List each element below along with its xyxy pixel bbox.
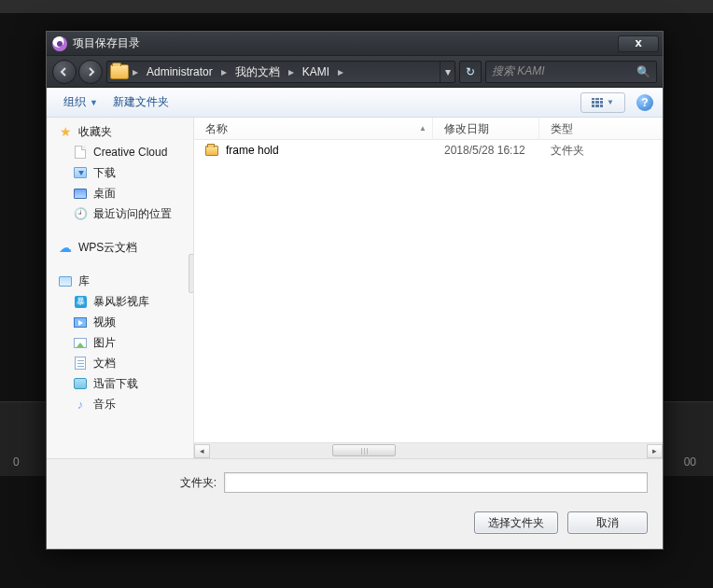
folder-icon — [205, 146, 218, 156]
help-button[interactable]: ? — [636, 94, 653, 111]
view-options-button[interactable]: ▼ — [580, 92, 625, 113]
nav-row: ▸ Administrator ▸ 我的文档 ▸ KAMI ▸ ▾ ↻ 搜索 K… — [47, 56, 663, 88]
tree-item-music[interactable]: ♪ 音乐 — [49, 394, 193, 414]
chevron-down-icon: ▼ — [607, 98, 614, 106]
forward-button[interactable] — [78, 60, 103, 84]
tree-item-desktop[interactable]: 桌面 — [49, 183, 193, 203]
file-modified: 2018/5/28 16:12 — [433, 144, 539, 157]
col-type[interactable]: 类型 — [539, 118, 663, 140]
music-icon: ♪ — [73, 397, 88, 412]
folder-field-label: 文件夹: — [62, 475, 217, 491]
col-label: 修改日期 — [444, 122, 489, 135]
back-button[interactable] — [52, 60, 77, 84]
tree-item-xunlei[interactable]: 迅雷下载 — [49, 373, 193, 394]
scroll-left-button[interactable]: ◂ — [194, 444, 210, 458]
scroll-track[interactable] — [210, 444, 647, 458]
breadcrumb-dropdown[interactable]: ▾ — [440, 62, 454, 82]
scroll-thumb[interactable] — [332, 444, 396, 456]
downloads-icon — [74, 167, 87, 178]
tree-label: 收藏夹 — [78, 124, 112, 140]
tree-item-creative-cloud[interactable]: Creative Cloud — [49, 142, 193, 162]
tree-label: 文档 — [93, 356, 116, 371]
tree-item-documents[interactable]: 文档 — [49, 353, 193, 373]
new-folder-button[interactable]: 新建文件夹 — [105, 91, 176, 114]
file-name: frame hold — [226, 144, 279, 157]
star-icon: ★ — [58, 124, 73, 139]
search-input[interactable]: 搜索 KAMI 🔍 — [485, 61, 657, 83]
bg-number-left: 0 — [13, 455, 20, 469]
dialog-body: ★ 收藏夹 Creative Cloud 下载 桌面 🕘 最近访问的位置 ☁ — [47, 118, 663, 458]
documents-icon — [75, 357, 86, 370]
horizontal-scrollbar[interactable]: ◂ ▸ — [194, 442, 663, 458]
new-folder-label: 新建文件夹 — [113, 94, 169, 110]
select-folder-button[interactable]: 选择文件夹 — [474, 511, 558, 534]
file-list-pane: 名称 ▲ 修改日期 类型 frame hold 2018/5/28 16:12 — [194, 118, 663, 458]
nav-tree[interactable]: ★ 收藏夹 Creative Cloud 下载 桌面 🕘 最近访问的位置 ☁ — [47, 118, 194, 458]
col-modified[interactable]: 修改日期 — [433, 118, 539, 140]
tree-label: Creative Cloud — [93, 146, 167, 159]
tree-favorites[interactable]: ★ 收藏夹 — [49, 121, 193, 142]
chevron-right-icon: ▸ — [132, 65, 139, 78]
baofeng-icon: 暴 — [75, 296, 87, 308]
tree-label: 库 — [78, 273, 90, 289]
tree-item-recent[interactable]: 🕘 最近访问的位置 — [49, 203, 193, 224]
sort-caret-icon: ▲ — [419, 118, 426, 140]
breadcrumb-seg[interactable]: Administrator — [139, 62, 220, 82]
tree-item-pictures[interactable]: 图片 — [49, 332, 193, 353]
chevron-down-icon: ▼ — [90, 98, 98, 107]
folder-icon — [110, 64, 129, 79]
app-icon — [52, 36, 67, 51]
tree-label: 迅雷下载 — [93, 376, 138, 392]
column-headers: 名称 ▲ 修改日期 类型 — [194, 118, 663, 140]
breadcrumb-seg[interactable]: KAMI — [295, 62, 337, 82]
dialog-title: 项目保存目录 — [73, 35, 140, 51]
tree-item-downloads[interactable]: 下载 — [49, 162, 193, 183]
titlebar[interactable]: 项目保存目录 x — [47, 32, 663, 56]
col-name[interactable]: 名称 ▲ — [194, 118, 433, 140]
cloud-icon: ☁ — [58, 240, 73, 255]
recent-icon: 🕘 — [73, 206, 88, 221]
chevron-right-icon: ▸ — [220, 65, 228, 78]
tree-item-videos[interactable]: 视频 — [49, 312, 193, 332]
folder-field[interactable] — [224, 472, 648, 493]
file-rows[interactable]: frame hold 2018/5/28 16:12 文件夹 — [194, 140, 663, 442]
pictures-icon — [74, 338, 87, 348]
bg-top-strip — [0, 0, 713, 13]
file-row[interactable]: frame hold 2018/5/28 16:12 文件夹 — [194, 140, 663, 161]
desktop-icon — [74, 189, 87, 199]
xunlei-icon — [74, 378, 87, 389]
tree-label: 下载 — [93, 165, 116, 181]
organize-label: 组织 — [63, 94, 86, 110]
breadcrumb[interactable]: ▸ Administrator ▸ 我的文档 ▸ KAMI ▸ ▾ — [106, 61, 455, 83]
search-placeholder: 搜索 KAMI — [492, 63, 636, 79]
tree-label: 视频 — [93, 315, 116, 330]
libraries-icon — [59, 276, 72, 287]
toolbar: 组织 ▼ 新建文件夹 ▼ ? — [47, 88, 663, 118]
tree-libraries[interactable]: 库 — [49, 271, 193, 291]
search-icon: 🔍 — [636, 65, 650, 78]
video-icon — [74, 317, 87, 328]
cancel-button[interactable]: 取消 — [567, 511, 648, 534]
tree-label: 桌面 — [93, 186, 116, 202]
help-icon: ? — [641, 96, 648, 109]
tree-item-baofeng[interactable]: 暴 暴风影视库 — [49, 291, 193, 312]
breadcrumb-seg[interactable]: 我的文档 — [228, 62, 287, 82]
dialog-footer: 文件夹: 选择文件夹 取消 — [47, 458, 663, 549]
refresh-icon: ↻ — [466, 65, 475, 78]
chevron-right-icon: ▸ — [287, 65, 295, 78]
chevron-right-icon: ▸ — [337, 65, 344, 78]
arrow-right-icon — [85, 66, 96, 77]
tree-label: 最近访问的位置 — [93, 206, 172, 222]
bg-number-right: 00 — [684, 455, 696, 469]
folder-picker-dialog: 项目保存目录 x ▸ Administrator ▸ 我的文档 ▸ KAMI ▸… — [46, 31, 664, 550]
col-label: 类型 — [551, 122, 573, 135]
scroll-right-button[interactable]: ▸ — [647, 444, 663, 458]
tree-label: 音乐 — [93, 397, 116, 413]
tree-wps[interactable]: ☁ WPS云文档 — [49, 237, 193, 258]
col-label: 名称 — [205, 118, 228, 140]
organize-menu[interactable]: 组织 ▼ — [56, 91, 105, 114]
refresh-button[interactable]: ↻ — [459, 61, 482, 83]
file-type: 文件夹 — [539, 143, 663, 159]
close-button[interactable]: x — [618, 35, 659, 52]
arrow-left-icon — [59, 66, 70, 77]
